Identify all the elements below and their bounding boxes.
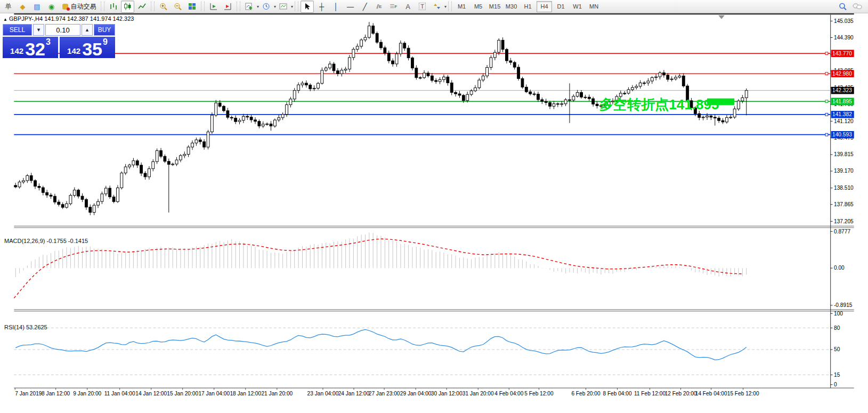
dropdown-caret-icon[interactable]: ▾ [274, 4, 276, 9]
chart-bars-icon[interactable] [107, 1, 120, 13]
chart-canvas[interactable]: 多空转折点141.895145.035144.390143.730143.085… [0, 13, 868, 413]
candle-body [427, 73, 429, 76]
label-tool-icon[interactable]: T [416, 1, 429, 13]
candle-body [710, 116, 712, 117]
symbol-header: ▲GBPJPY-,H4 141.974 142.387 141.974 142.… [3, 15, 134, 22]
tf-h1[interactable]: H1 [520, 1, 536, 12]
tf-mn[interactable]: MN [586, 1, 602, 12]
candle-body [246, 116, 249, 117]
candle-body [22, 181, 25, 182]
time-label: 17 Jan 04:00 [198, 391, 230, 396]
dropdown-caret-icon[interactable]: ▾ [291, 4, 293, 9]
candle-body [89, 207, 92, 213]
dropdown-caret-icon[interactable]: ▾ [444, 4, 447, 9]
tf-h4[interactable]: H4 [537, 1, 552, 12]
hline-handle[interactable] [825, 72, 828, 75]
hline-handle[interactable] [825, 52, 828, 55]
signals-icon[interactable]: ◉ [45, 1, 58, 13]
tf-m1[interactable]: M1 [454, 1, 469, 12]
scale-tick-label: 138.510 [834, 185, 854, 191]
tf-m15[interactable]: M15 [487, 1, 502, 12]
candle-body [167, 161, 170, 165]
candle-body [407, 48, 410, 58]
dropdown-caret-icon[interactable]: ▾ [257, 4, 259, 9]
candle-body [584, 97, 587, 98]
horizontal-line-icon[interactable]: — [344, 1, 357, 13]
buy-price-display[interactable]: 142359 [60, 37, 115, 58]
auto-scroll-icon[interactable] [221, 1, 234, 13]
candle-body [266, 124, 269, 124]
chart-candles-icon[interactable] [121, 1, 134, 13]
zoom-in-icon[interactable] [157, 1, 170, 13]
trendline-icon[interactable]: ╱ [358, 1, 371, 13]
volume-increase-button[interactable]: ▲ [82, 24, 93, 36]
tf-m5[interactable]: M5 [470, 1, 486, 12]
candle-body [462, 95, 465, 101]
vertical-line-icon[interactable]: │ [329, 1, 343, 13]
candle-body [741, 98, 744, 101]
buy-button[interactable]: BUY [94, 24, 115, 36]
hline-handle[interactable] [825, 113, 828, 116]
sell-price-point: 3 [46, 37, 51, 47]
gold-bars-icon[interactable]: ◆ [16, 1, 29, 13]
candle-body [506, 50, 508, 61]
new-order-button[interactable]: 单 [2, 1, 15, 13]
text-tool-icon[interactable]: A [401, 1, 415, 13]
fibonacci-icon[interactable]: ☰ F [387, 1, 400, 13]
candle-body [380, 42, 383, 47]
candle-body [596, 104, 598, 106]
candle-body [164, 156, 166, 161]
candle-body [128, 165, 131, 167]
volume-decrease-button[interactable]: ▼ [33, 24, 44, 36]
candle-body [745, 91, 748, 98]
search-icon[interactable] [836, 1, 849, 13]
time-label: 5 Feb 12:00 [524, 391, 554, 396]
price-label-text: 141.382 [832, 111, 852, 117]
candle-body [498, 40, 500, 52]
price-label-text: 140.593 [832, 132, 852, 137]
candle-body [116, 188, 119, 201]
candle-body [537, 94, 540, 100]
chart-shift-icon[interactable] [207, 1, 220, 13]
auto-trading-button[interactable]: 自动交易 [59, 1, 99, 13]
sell-button[interactable]: SELL [3, 24, 32, 36]
chart-line-icon[interactable] [135, 1, 149, 13]
zoom-out-icon[interactable] [171, 1, 184, 13]
candle-body [458, 94, 461, 95]
candle-body [423, 73, 426, 78]
templates-icon[interactable] [277, 1, 290, 13]
volume-input[interactable]: 0.10 [45, 24, 80, 36]
candle-body [172, 164, 174, 165]
chat-icon[interactable] [850, 1, 864, 13]
rsi-name: RSI(14) [4, 324, 25, 330]
crosshair-icon[interactable]: ┼ [315, 1, 328, 13]
rsi-scale-label: 0 [834, 382, 837, 387]
label-tool-letter: T [419, 3, 426, 10]
channel-icon[interactable]: ⫽ E [372, 1, 386, 13]
annotation-text[interactable]: 多空转折点141.895 [599, 96, 719, 112]
market-watch-icon[interactable]: ▤ [30, 1, 44, 13]
tf-w1[interactable]: W1 [570, 1, 585, 12]
tf-m30[interactable]: M30 [504, 1, 519, 12]
hline-handle[interactable] [825, 133, 828, 136]
macd-signal-value: -0.1415 [68, 238, 88, 244]
candle-body [490, 58, 492, 67]
candle-body [376, 34, 378, 43]
buy-price-base: 142 [67, 46, 80, 55]
candle-body [576, 92, 579, 96]
candle-body [85, 199, 87, 207]
candle-body [289, 99, 292, 105]
candle-body [344, 69, 347, 70]
indicators-icon[interactable] [242, 1, 256, 13]
candle-body [403, 43, 406, 48]
periods-icon[interactable] [259, 1, 273, 13]
sell-price-display[interactable]: 142323 [3, 37, 58, 58]
tf-d1[interactable]: D1 [553, 1, 569, 12]
cursor-icon[interactable] [301, 1, 314, 13]
hline-handle[interactable] [825, 100, 828, 103]
candle-body [258, 122, 261, 126]
arrows-tool-icon[interactable] [430, 1, 443, 13]
candle-body [38, 187, 40, 188]
tile-windows-icon[interactable] [185, 1, 199, 13]
candle-body [663, 73, 666, 75]
